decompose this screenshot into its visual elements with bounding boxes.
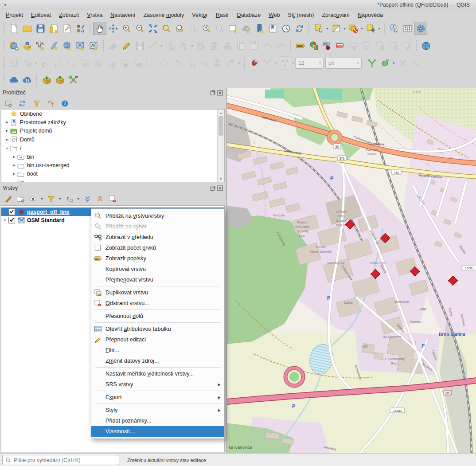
select-by-value-button[interactable]	[329, 22, 343, 35]
ctx-copy-layer[interactable]: Kopírovat vrstvu	[91, 264, 224, 274]
enable-snapping-button[interactable]	[247, 56, 261, 70]
toolbar-handle[interactable]	[2, 40, 6, 51]
browser-scrollbar[interactable]: ▲ ▼	[217, 110, 224, 182]
filter-legend-button[interactable]	[46, 193, 56, 204]
ctx-export[interactable]: Export▶	[91, 392, 224, 403]
menu-rastr[interactable]: Rastr	[212, 11, 233, 19]
synchronize-from-qfield-button[interactable]	[53, 73, 66, 86]
tree-item-projekt-domu[interactable]: ▶ Projekt domů	[1, 127, 224, 135]
toolbar-handle[interactable]	[242, 57, 246, 69]
new-print-layout-button[interactable]	[47, 22, 60, 35]
menu-databaze[interactable]: Databáze	[233, 11, 265, 19]
manage-visibility-button[interactable]	[27, 193, 38, 204]
pan-map-button[interactable]	[93, 22, 106, 35]
refresh-map-button[interactable]	[293, 22, 306, 35]
ctx-toggle-editing[interactable]: Přepnout editaci	[91, 334, 224, 345]
add-group-button[interactable]	[15, 193, 26, 204]
layer-diagram-button[interactable]	[307, 39, 320, 52]
ctx-zoom-to-layer[interactable]: Přiblížit na vrstvu/vrstvy	[91, 211, 224, 221]
package-for-qfield-button[interactable]	[40, 73, 53, 86]
identify-features-button[interactable]: i	[387, 22, 401, 35]
chevron-right-icon[interactable]: ▶	[4, 129, 10, 133]
toolbar-handle[interactable]	[288, 40, 293, 51]
ctx-layer-crs[interactable]: SRS vrstvy▶	[91, 379, 224, 390]
search-input[interactable]	[13, 457, 119, 464]
toolbar-handle[interactable]	[101, 40, 105, 51]
ctx-move-down[interactable]: Přesunout dolů	[91, 311, 224, 321]
tree-item-prostorove-zalozky[interactable]: ▶ Prostorové záložky	[1, 118, 224, 126]
processing-toolbox-button[interactable]	[414, 22, 427, 35]
chevron-right-icon[interactable]: ▶	[11, 164, 17, 167]
open-project-button[interactable]	[20, 22, 34, 35]
tree-item-bin[interactable]: ▶ bin	[1, 153, 224, 161]
highlight-pinned-labels-button[interactable]: abc	[333, 39, 347, 52]
new-mesh-layer-button[interactable]	[74, 39, 87, 52]
new-shapefile-layer-button[interactable]	[34, 39, 47, 52]
select-by-location-dropdown[interactable]: ▾	[377, 27, 381, 31]
tracing-button[interactable]	[365, 56, 378, 70]
toolbar-handle[interactable]	[2, 57, 6, 69]
zoom-to-layer-button[interactable]	[173, 22, 186, 35]
select-by-value-dropdown[interactable]: ▾	[343, 27, 347, 31]
select-features-button[interactable]	[312, 22, 325, 35]
ctx-rename-layer[interactable]: Přejmenovat vrstvu	[91, 274, 224, 285]
ctx-show-feature-count[interactable]: Zobrazit počet prvků	[91, 243, 224, 253]
expand-all-button[interactable]	[82, 193, 93, 204]
layer-labeling-button[interactable]: abc	[293, 39, 307, 52]
browser-close-button[interactable]	[217, 90, 223, 96]
filter-legend-dropdown[interactable]: ▾	[58, 197, 62, 201]
scroll-up-icon[interactable]: ▲	[218, 110, 224, 116]
menu-web[interactable]: Web	[265, 11, 284, 19]
new-map-view-button[interactable]	[226, 22, 239, 35]
toolbar-handle[interactable]	[35, 74, 39, 86]
chevron-down-icon[interactable]: ▼	[4, 147, 10, 150]
filter-by-expression-button[interactable]: ε	[64, 193, 74, 204]
new-spatial-bookmark-button[interactable]	[253, 22, 266, 35]
zoom-out-button[interactable]	[133, 22, 146, 35]
zoom-full-extent-button[interactable]	[146, 22, 160, 35]
chevron-down-icon[interactable]: ▼	[1, 219, 8, 222]
browser-float-button[interactable]	[210, 90, 216, 96]
tree-item-domu[interactable]: ▶ Domů	[1, 135, 224, 144]
ctx-show-in-overview[interactable]: Zobrazit v přehledu	[91, 232, 224, 243]
toolbar-handle[interactable]	[2, 23, 6, 34]
qfieldcloud-sync-button[interactable]	[20, 73, 34, 86]
deselect-all-dropdown[interactable]: ▾	[360, 27, 364, 31]
style-manager-button[interactable]: a	[74, 22, 87, 35]
menu-vektor[interactable]: Vektor	[188, 11, 211, 19]
map-canvas[interactable]: 50 373 430 15283 15283 D1 Ostravská Ostr…	[226, 88, 476, 453]
filter-by-expression-dropdown[interactable]: ▾	[76, 197, 80, 201]
tracing-offset-dropdown[interactable]: ▾	[392, 61, 396, 65]
metasearch-button[interactable]	[419, 39, 433, 52]
layout-manager-button[interactable]	[60, 22, 74, 35]
scroll-thumb[interactable]	[218, 116, 223, 136]
spinbox-arrows-icon[interactable]: ▲▼	[317, 60, 323, 66]
toolbar-handle[interactable]	[88, 23, 92, 34]
search-box[interactable]	[2, 455, 119, 465]
filter-browser-button[interactable]	[31, 98, 42, 109]
tree-item-oblibene[interactable]: Oblíbené	[1, 110, 224, 118]
pin-labels-button[interactable]: ab	[320, 39, 333, 52]
zoom-last-button[interactable]	[199, 22, 213, 35]
collapse-all-button[interactable]	[45, 98, 56, 109]
statistical-summary-button[interactable]	[401, 22, 414, 35]
show-bookmarks-button[interactable]	[266, 22, 279, 35]
new-geopackage-layer-button[interactable]	[20, 39, 34, 52]
toolbar-handle[interactable]	[414, 40, 418, 51]
manage-visibility-dropdown[interactable]: ▾	[40, 197, 44, 201]
new-gpx-layer-button[interactable]	[87, 39, 100, 52]
toolbar-handle[interactable]	[382, 23, 386, 34]
properties-widget-button[interactable]: i	[59, 98, 70, 109]
menu-vrstva[interactable]: Vrstva	[83, 11, 106, 19]
ctx-remove-layer[interactable]: Odstranit vrstvu...	[91, 298, 224, 309]
menu-editovat[interactable]: Editovat	[27, 11, 55, 19]
qfieldcloud-button[interactable]	[7, 73, 20, 86]
snapping-unit-combo[interactable]: px ▾	[325, 58, 362, 69]
zoom-to-selection-button[interactable]	[160, 22, 173, 35]
toggle-editing-button[interactable]	[120, 39, 133, 52]
scroll-down-icon[interactable]: ▼	[218, 176, 224, 182]
ctx-open-attribute-table[interactable]: Otevřít atributovou tabulku	[91, 324, 224, 334]
select-by-location-button[interactable]	[364, 22, 377, 35]
window-menu-icon[interactable]: ▼	[4, 3, 7, 7]
menu-napoveda[interactable]: Nápověda	[354, 11, 387, 19]
